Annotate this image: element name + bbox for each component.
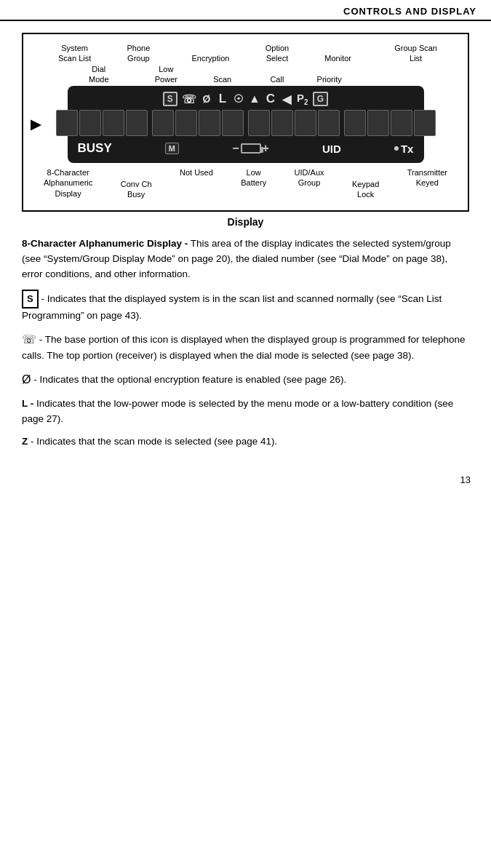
icon-g: G [313, 92, 328, 106]
label-transmitter-keyed: TransmitterKeyed [407, 167, 447, 200]
alphanumeric-heading: 8-Character Alphanumeric Display - [22, 238, 188, 249]
seg-9 [248, 110, 270, 136]
icon-s-inline: S [22, 290, 39, 308]
section-scan-mode: Z - Indicates that the scan mode is sele… [22, 434, 469, 450]
icon-l: L [217, 92, 228, 106]
seg-6 [175, 110, 197, 136]
section-phone: ☏ - The base portion of this icon is dis… [22, 331, 469, 365]
seg-5 [152, 110, 174, 136]
seg-11 [295, 110, 316, 136]
label-8char-display: 8-CharacterAlphanumericDisplay [44, 167, 92, 200]
section-alphanumeric: 8-Character Alphanumeric Display - This … [22, 236, 469, 282]
seg-10 [271, 110, 293, 136]
battery-icon: − + [232, 142, 269, 155]
top-labels-row1: SystemScan List PhoneGroup Encryption Op… [36, 43, 455, 64]
seg-7 [199, 110, 220, 136]
seg-4 [126, 110, 148, 136]
seg-15 [391, 110, 412, 136]
seg-2 [79, 110, 101, 136]
scan-list-text: - Indicates that the displayed system is… [22, 292, 442, 321]
seg-14 [367, 110, 389, 136]
z-label-inline: Z [22, 436, 28, 447]
battery-body [241, 143, 261, 154]
icon-enc: Ø [201, 93, 212, 105]
label-dial-mode: DialMode [89, 64, 109, 85]
page-number: 13 [0, 474, 491, 497]
phone-text: - The base portion of this icon is displ… [22, 334, 466, 362]
icon-phone: ☏ [182, 92, 196, 106]
tx-dot [394, 146, 399, 151]
label-group-scan-list: Group ScanList [394, 43, 437, 64]
label-low-power: LowPower [155, 64, 177, 85]
label-system-scan-list: SystemScan List [58, 43, 91, 64]
seg-1 [56, 110, 78, 136]
label-phone-group: PhoneGroup [127, 43, 150, 64]
label-uid-aux-group: UID/AuxGroup [295, 167, 324, 200]
device-icon-row: S ☏ Ø L ☉ ▲ C ◀ P2 G [76, 92, 415, 106]
low-power-text: Indicates that the low-power mode is sel… [22, 398, 453, 424]
label-low-battery: LowBattery [241, 167, 266, 200]
display-diagram: SystemScan List PhoneGroup Encryption Op… [22, 33, 469, 212]
label-not-used: Not Used [180, 167, 213, 200]
icon-left-arrow: ◀ [281, 92, 292, 106]
minus-sign: − [232, 142, 239, 155]
icon-phone-inline: ☏ [22, 331, 36, 349]
device-status-row: BUSY M − + UID Tx [76, 140, 415, 156]
body-content: 8-Character Alphanumeric Display - This … [22, 236, 469, 450]
radio-device: S ☏ Ø L ☉ ▲ C ◀ P2 G [68, 86, 424, 163]
scan-mode-text: - Indicates that the scan mode is select… [31, 436, 277, 447]
section-low-power: L - Indicates that the low-power mode is… [22, 397, 469, 427]
label-option-select: OptionSelect [266, 43, 289, 64]
page-header: CONTROLS AND DISPLAY [0, 0, 491, 21]
section-encryption: Ø - Indicates that the optional encrypti… [22, 371, 469, 389]
bottom-labels-row: 8-CharacterAlphanumericDisplay Conv ChBu… [36, 164, 455, 200]
uid-label: UID [322, 143, 341, 155]
seg-16 [414, 110, 436, 136]
label-call: Call [270, 74, 284, 84]
seg-3 [103, 110, 124, 136]
arrow-indicator: ▶ [31, 116, 41, 132]
label-scan: Scan [213, 74, 231, 84]
icon-triangle: ▲ [249, 92, 260, 105]
seg-12 [318, 110, 340, 136]
tx-label: Tx [394, 143, 414, 155]
l-label-inline: L - [22, 398, 33, 409]
busy-label: BUSY [78, 141, 112, 156]
device-segment-row [76, 110, 415, 136]
icon-enc-inline: Ø [22, 371, 31, 389]
seg-8 [222, 110, 244, 136]
section-scan-list: S - Indicates that the displayed system … [22, 290, 469, 324]
icon-s: S [163, 92, 177, 106]
display-caption: Display [22, 216, 469, 228]
tx-text: Tx [401, 143, 414, 155]
header-title: CONTROLS AND DISPLAY [343, 6, 476, 17]
icon-z: ☉ [233, 92, 244, 105]
plus-sign: + [263, 142, 269, 155]
label-conv-ch-busy: Conv ChBusy [121, 179, 152, 200]
icon-p2: P2 [297, 92, 308, 106]
label-keypad-lock: KeypadLock [352, 179, 379, 200]
top-labels-row2: DialMode LowPower Scan Call Priority [36, 64, 455, 85]
label-encryption: Encryption [192, 53, 230, 63]
label-monitor: Monitor [324, 53, 351, 63]
icon-c: C [265, 92, 276, 106]
m-label: M [165, 143, 179, 154]
encryption-text: - Indicates that the optional encryption… [33, 374, 346, 385]
label-priority: Priority [317, 74, 342, 84]
seg-13 [344, 110, 366, 136]
